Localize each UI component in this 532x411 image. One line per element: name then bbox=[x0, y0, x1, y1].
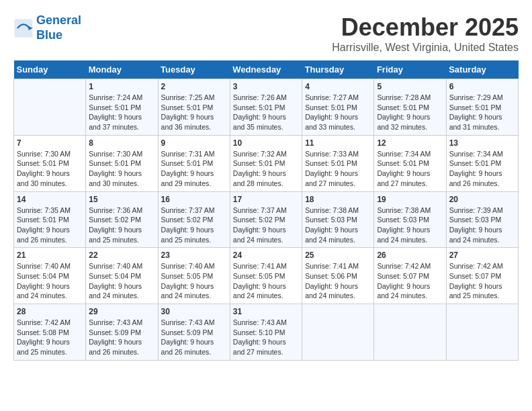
day-number: 10 bbox=[233, 138, 299, 148]
day-cell: 2Sunrise: 7:25 AM Sunset: 5:01 PM Daylig… bbox=[158, 79, 230, 136]
day-number: 1 bbox=[89, 82, 154, 91]
day-info: Sunrise: 7:36 AM Sunset: 5:02 PM Dayligh… bbox=[89, 205, 154, 245]
day-cell: 26Sunrise: 7:42 AM Sunset: 5:07 PM Dayli… bbox=[374, 248, 446, 304]
day-info: Sunrise: 7:42 AM Sunset: 5:07 PM Dayligh… bbox=[377, 261, 443, 301]
day-cell: 20Sunrise: 7:39 AM Sunset: 5:03 PM Dayli… bbox=[446, 191, 518, 248]
day-number: 15 bbox=[89, 195, 154, 204]
day-info: Sunrise: 7:41 AM Sunset: 5:06 PM Dayligh… bbox=[305, 261, 371, 301]
day-cell: 17Sunrise: 7:37 AM Sunset: 5:02 PM Dayli… bbox=[230, 191, 302, 248]
day-number: 27 bbox=[449, 250, 515, 260]
day-info: Sunrise: 7:43 AM Sunset: 5:09 PM Dayligh… bbox=[161, 318, 227, 357]
day-cell bbox=[374, 304, 446, 361]
day-cell bbox=[302, 304, 374, 361]
day-number: 30 bbox=[161, 307, 227, 316]
page-header: General Blue December 2025 Harrisville, … bbox=[13, 13, 519, 54]
header-cell-wednesday: Wednesday bbox=[230, 60, 302, 79]
day-info: Sunrise: 7:37 AM Sunset: 5:02 PM Dayligh… bbox=[161, 205, 227, 245]
header-cell-saturday: Saturday bbox=[446, 60, 518, 79]
header-cell-monday: Monday bbox=[86, 60, 158, 79]
day-number: 9 bbox=[161, 138, 227, 148]
day-number: 2 bbox=[161, 82, 227, 91]
day-cell: 1Sunrise: 7:24 AM Sunset: 5:01 PM Daylig… bbox=[86, 79, 158, 136]
title-area: December 2025 Harrisville, West Virginia… bbox=[332, 13, 519, 54]
day-info: Sunrise: 7:30 AM Sunset: 5:01 PM Dayligh… bbox=[17, 149, 83, 189]
day-cell: 4Sunrise: 7:27 AM Sunset: 5:01 PM Daylig… bbox=[302, 79, 374, 136]
day-number: 8 bbox=[89, 138, 154, 148]
day-info: Sunrise: 7:27 AM Sunset: 5:01 PM Dayligh… bbox=[305, 93, 371, 132]
day-cell: 28Sunrise: 7:42 AM Sunset: 5:08 PM Dayli… bbox=[14, 304, 86, 361]
day-number: 22 bbox=[89, 250, 154, 260]
day-cell: 9Sunrise: 7:31 AM Sunset: 5:01 PM Daylig… bbox=[158, 135, 230, 191]
day-number: 26 bbox=[377, 250, 443, 260]
day-cell: 3Sunrise: 7:26 AM Sunset: 5:01 PM Daylig… bbox=[230, 79, 302, 136]
day-info: Sunrise: 7:40 AM Sunset: 5:04 PM Dayligh… bbox=[17, 261, 83, 301]
day-cell: 18Sunrise: 7:38 AM Sunset: 5:03 PM Dayli… bbox=[302, 191, 374, 248]
day-info: Sunrise: 7:31 AM Sunset: 5:01 PM Dayligh… bbox=[161, 149, 227, 189]
calendar-table: SundayMondayTuesdayWednesdayThursdayFrid… bbox=[13, 60, 519, 361]
day-cell bbox=[14, 79, 86, 136]
day-number: 19 bbox=[377, 195, 443, 204]
day-number: 31 bbox=[233, 307, 299, 316]
day-info: Sunrise: 7:42 AM Sunset: 5:08 PM Dayligh… bbox=[17, 318, 83, 357]
day-number: 7 bbox=[17, 138, 83, 148]
day-info: Sunrise: 7:40 AM Sunset: 5:04 PM Dayligh… bbox=[89, 261, 154, 301]
day-cell: 19Sunrise: 7:38 AM Sunset: 5:03 PM Dayli… bbox=[374, 191, 446, 248]
day-number: 14 bbox=[17, 195, 83, 204]
day-cell: 22Sunrise: 7:40 AM Sunset: 5:04 PM Dayli… bbox=[86, 248, 158, 304]
day-number: 23 bbox=[161, 250, 227, 260]
day-cell: 25Sunrise: 7:41 AM Sunset: 5:06 PM Dayli… bbox=[302, 248, 374, 304]
day-number: 6 bbox=[449, 82, 515, 91]
day-info: Sunrise: 7:40 AM Sunset: 5:05 PM Dayligh… bbox=[161, 261, 227, 301]
week-row-5: 28Sunrise: 7:42 AM Sunset: 5:08 PM Dayli… bbox=[14, 304, 519, 361]
logo-line1: General bbox=[36, 13, 81, 27]
day-info: Sunrise: 7:26 AM Sunset: 5:01 PM Dayligh… bbox=[233, 93, 299, 132]
day-cell: 8Sunrise: 7:30 AM Sunset: 5:01 PM Daylig… bbox=[86, 135, 158, 191]
day-cell: 31Sunrise: 7:43 AM Sunset: 5:10 PM Dayli… bbox=[230, 304, 302, 361]
day-cell: 15Sunrise: 7:36 AM Sunset: 5:02 PM Dayli… bbox=[86, 191, 158, 248]
day-info: Sunrise: 7:43 AM Sunset: 5:10 PM Dayligh… bbox=[233, 318, 299, 357]
header-cell-thursday: Thursday bbox=[302, 60, 374, 79]
week-row-4: 21Sunrise: 7:40 AM Sunset: 5:04 PM Dayli… bbox=[14, 248, 519, 304]
header-cell-sunday: Sunday bbox=[14, 60, 86, 79]
day-number: 13 bbox=[449, 138, 515, 148]
day-cell: 29Sunrise: 7:43 AM Sunset: 5:09 PM Dayli… bbox=[86, 304, 158, 361]
day-number: 16 bbox=[161, 195, 227, 204]
day-cell: 14Sunrise: 7:35 AM Sunset: 5:01 PM Dayli… bbox=[14, 191, 86, 248]
day-number: 5 bbox=[377, 82, 443, 91]
day-info: Sunrise: 7:37 AM Sunset: 5:02 PM Dayligh… bbox=[233, 205, 299, 245]
day-number: 29 bbox=[89, 307, 154, 316]
logo: General Blue bbox=[13, 13, 81, 42]
day-info: Sunrise: 7:38 AM Sunset: 5:03 PM Dayligh… bbox=[305, 205, 371, 245]
day-cell: 24Sunrise: 7:41 AM Sunset: 5:05 PM Dayli… bbox=[230, 248, 302, 304]
header-cell-friday: Friday bbox=[374, 60, 446, 79]
day-cell bbox=[446, 304, 518, 361]
day-info: Sunrise: 7:34 AM Sunset: 5:01 PM Dayligh… bbox=[377, 149, 443, 189]
day-cell: 10Sunrise: 7:32 AM Sunset: 5:01 PM Dayli… bbox=[230, 135, 302, 191]
logo-icon bbox=[13, 18, 34, 38]
header-cell-tuesday: Tuesday bbox=[158, 60, 230, 79]
logo-line2: Blue bbox=[36, 28, 62, 42]
day-info: Sunrise: 7:28 AM Sunset: 5:01 PM Dayligh… bbox=[377, 93, 443, 132]
day-info: Sunrise: 7:38 AM Sunset: 5:03 PM Dayligh… bbox=[377, 205, 443, 245]
day-info: Sunrise: 7:32 AM Sunset: 5:01 PM Dayligh… bbox=[233, 149, 299, 189]
day-number: 21 bbox=[17, 250, 83, 260]
day-number: 18 bbox=[305, 195, 371, 204]
week-row-3: 14Sunrise: 7:35 AM Sunset: 5:01 PM Dayli… bbox=[14, 191, 519, 248]
day-info: Sunrise: 7:33 AM Sunset: 5:01 PM Dayligh… bbox=[305, 149, 371, 189]
day-info: Sunrise: 7:34 AM Sunset: 5:01 PM Dayligh… bbox=[449, 149, 515, 189]
day-info: Sunrise: 7:30 AM Sunset: 5:01 PM Dayligh… bbox=[89, 149, 154, 189]
day-info: Sunrise: 7:41 AM Sunset: 5:05 PM Dayligh… bbox=[233, 261, 299, 301]
week-row-1: 1Sunrise: 7:24 AM Sunset: 5:01 PM Daylig… bbox=[14, 79, 519, 136]
day-info: Sunrise: 7:24 AM Sunset: 5:01 PM Dayligh… bbox=[89, 93, 154, 132]
day-cell: 7Sunrise: 7:30 AM Sunset: 5:01 PM Daylig… bbox=[14, 135, 86, 191]
day-cell: 21Sunrise: 7:40 AM Sunset: 5:04 PM Dayli… bbox=[14, 248, 86, 304]
day-number: 20 bbox=[449, 195, 515, 204]
day-number: 4 bbox=[305, 82, 371, 91]
day-cell: 5Sunrise: 7:28 AM Sunset: 5:01 PM Daylig… bbox=[374, 79, 446, 136]
day-number: 24 bbox=[233, 250, 299, 260]
day-number: 28 bbox=[17, 307, 83, 316]
location: Harrisville, West Virginia, United State… bbox=[332, 42, 519, 54]
month-title: December 2025 bbox=[332, 13, 519, 42]
day-cell: 27Sunrise: 7:42 AM Sunset: 5:07 PM Dayli… bbox=[446, 248, 518, 304]
header-row: SundayMondayTuesdayWednesdayThursdayFrid… bbox=[14, 60, 519, 79]
